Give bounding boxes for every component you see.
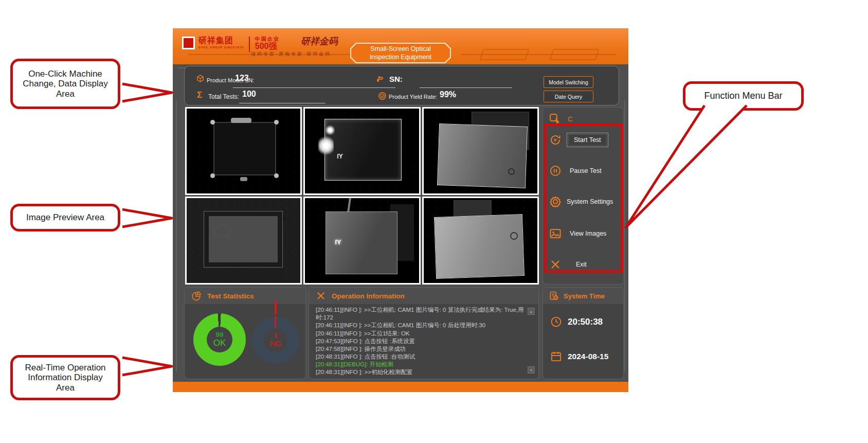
log-line: [20:48:31][INFO ]: 点击按钮 :自动测试 [316, 353, 524, 361]
annotation-function-menu-rect [544, 123, 623, 273]
app-header: 研祥集团 EVOC GROUP SINCE1979 中国企业 500强 研祥金码… [173, 28, 628, 64]
evoc-logo-icon [182, 37, 195, 49]
system-time-panel: System Time 20:50:38 2024-08-15 [542, 287, 624, 379]
system-time-value: 20:50:38 [568, 317, 603, 327]
operation-information-panel: Operation Information [20:46:11][INFO ]:… [309, 287, 539, 379]
camera-image-3[interactable] [422, 107, 539, 195]
log-scroll-down-button[interactable]: ▼ [528, 366, 535, 374]
callout-image-preview: Image Preview Area [10, 204, 120, 232]
ok-donut-chart: 99 OK [193, 313, 246, 366]
log-line: [20:48:31][INFO ]: >>初始化检测配置 [316, 368, 524, 376]
clock-icon [550, 316, 562, 328]
image-preview-grid: ſY II ſY [185, 107, 539, 285]
logo-divider [249, 37, 250, 52]
page: 研祥集团 EVOC GROUP SINCE1979 中国企业 500强 研祥金码… [0, 0, 868, 443]
callout-tail [121, 354, 175, 379]
logo-rank-top: 中国企业 [255, 37, 280, 42]
callout-tail [121, 206, 175, 231]
callout-realtime-info: Real-Time Operation Information Display … [10, 355, 120, 400]
log-line: [20:46:11][INFO ]: >>工位相机: CAM1 图片编号: 0 … [316, 306, 524, 322]
date-query-button[interactable]: Date Query [544, 91, 593, 102]
app-title-line2: Inspection Equipment [370, 53, 431, 61]
total-tests-underline [239, 103, 326, 103]
logo-rank-bottom: 500强 [255, 42, 280, 51]
product-box-icon [196, 74, 205, 83]
header-circuit-chip [549, 49, 599, 60]
product-model-underline [233, 87, 395, 88]
ok-count: 99 [215, 331, 223, 339]
system-date-value: 2024-08-15 [568, 352, 608, 361]
calendar-icon [550, 350, 562, 362]
logo-group-sub: EVOC GROUP [198, 46, 223, 49]
sn-underline [420, 87, 512, 88]
brand-logo: 研祥集团 EVOC GROUP SINCE1979 中国企业 500强 研祥金码 [182, 37, 338, 52]
log-line: [20:47:58][INFO ]: 操作员登录成功 [316, 345, 524, 353]
logo-since: SINCE1979 [224, 46, 244, 49]
log-line: [20:46:11][INFO ]: >>工位相机: CAM1 图片编号: 0 … [316, 322, 524, 329]
logo-brand-script: 研祥金码 [301, 37, 338, 46]
operation-information-title: Operation Information [332, 292, 405, 300]
total-tests-label: Total Tests: [208, 93, 239, 100]
ng-donut-chart: 1 NG [252, 316, 299, 364]
callout-tail [620, 103, 753, 232]
camera-image-2[interactable]: ſY [303, 107, 420, 195]
camera-image-6[interactable] [422, 197, 539, 285]
log-scroll-up-button[interactable]: ▲ [528, 308, 535, 315]
test-statistics-panel: Test Statistics 99 OK 1 NG [184, 287, 306, 379]
log-line-debug: [20:48:31][DEBUG]: 开始检测 [316, 361, 524, 368]
test-statistics-title: Test Statistics [207, 292, 254, 300]
system-time-title: System Time [564, 292, 605, 300]
frame-decoration [624, 100, 625, 371]
camera-image-4[interactable]: II [185, 197, 302, 285]
pie-chart-icon [191, 291, 202, 301]
tools-icon [316, 291, 326, 301]
sn-label: SN: [389, 75, 403, 83]
yield-value: 99% [440, 90, 456, 99]
log-line: [20:46:11][INFO ]: >>工位1结果: OK [316, 330, 524, 338]
ng-count: 1 [274, 333, 278, 340]
callout-function-menu: Function Menu Bar [683, 81, 804, 111]
menu-header-label: C [568, 115, 572, 123]
app-title-line1: Small-Screen Optical [370, 45, 430, 53]
header-circuit-chip [479, 49, 529, 60]
app-footer-bar [173, 382, 628, 392]
model-switching-button[interactable]: Model Switching [544, 76, 593, 88]
logo-group-name: 研祥集团 [198, 37, 244, 45]
callout-data-display: One-Click Machine Change, Data Display A… [10, 59, 120, 109]
logo-tagline: 读码专家·屏检专家·研祥金码 [251, 51, 331, 58]
data-display-panel: Product Model SN: 123 Σ Total Tests: 100… [184, 66, 619, 105]
total-tests-value: 100 [242, 90, 256, 99]
operation-log[interactable]: [20:46:11][INFO ]: >>工位相机: CAM1 图片编号: 0 … [316, 306, 524, 376]
ng-marker-line [275, 301, 277, 314]
product-model-value: 123 [235, 74, 249, 83]
frame-decoration [176, 100, 177, 371]
sigma-icon: Σ [197, 91, 202, 99]
yield-label: Product Yield Rate: [389, 94, 437, 100]
camera-image-5[interactable]: ſY [303, 197, 420, 285]
app-title-badge: Small-Screen Optical Inspection Equipmen… [350, 43, 451, 63]
ng-label: NG [270, 340, 282, 348]
callout-tail [121, 80, 175, 105]
document-clock-icon [549, 291, 559, 301]
sn-flow-icon [376, 75, 385, 83]
ok-label: OK [213, 339, 226, 348]
log-line: [20:47:53][INFO ]: 点击按钮 :系统设置 [316, 338, 524, 345]
camera-image-1[interactable] [185, 107, 302, 195]
yield-check-icon [378, 92, 387, 100]
